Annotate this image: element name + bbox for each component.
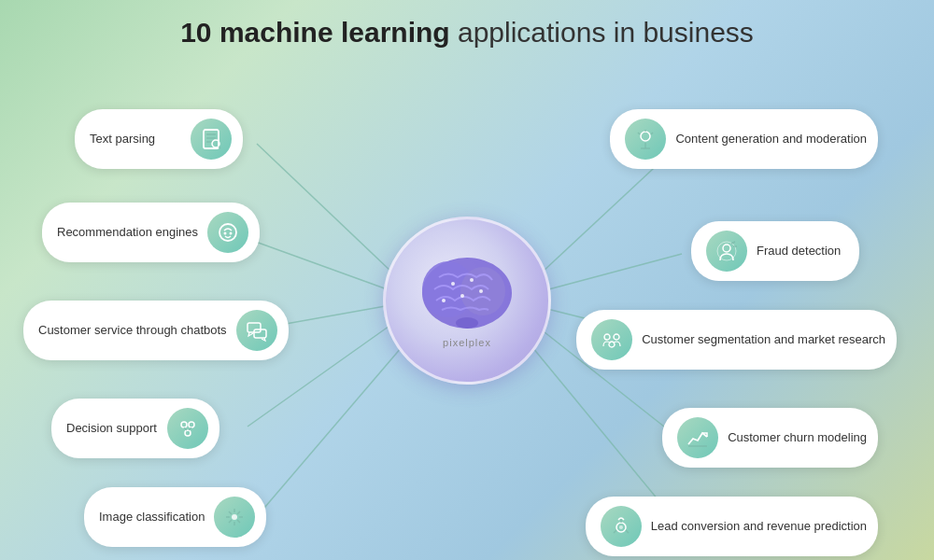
svg-point-55 [614, 334, 619, 340]
svg-line-1 [243, 237, 392, 291]
recommendation-label: Recommendation engines [57, 225, 198, 241]
brain-center: pixelplex [383, 217, 551, 385]
svg-point-26 [224, 232, 227, 235]
svg-line-6 [542, 254, 682, 291]
svg-point-17 [442, 299, 446, 302]
image-icon [214, 497, 255, 538]
svg-point-25 [219, 224, 236, 241]
svg-rect-19 [204, 130, 219, 148]
segmentation-icon [591, 319, 632, 360]
card-chatbots: Customer service through chatbots [23, 301, 289, 360]
svg-line-40 [229, 511, 232, 514]
svg-point-30 [181, 422, 187, 427]
svg-point-50 [723, 245, 730, 252]
lead-label: Lead conversion and revenue prediction [651, 519, 867, 535]
svg-line-52 [731, 242, 735, 244]
diagram: pixelplex Text parsing Recommendation en… [0, 58, 934, 543]
card-lead: Lead conversion and revenue prediction [586, 497, 878, 556]
svg-point-44 [641, 132, 650, 141]
svg-point-31 [189, 422, 194, 427]
main-container: 10 machine learning applications in busi… [0, 0, 934, 560]
image-label: Image classification [99, 510, 205, 525]
svg-point-27 [230, 232, 233, 235]
svg-line-43 [229, 520, 232, 523]
decision-icon [167, 408, 208, 449]
card-image: Image classification [84, 487, 266, 547]
content-label: Content generation and moderation [675, 132, 867, 147]
fraud-icon [706, 231, 747, 272]
svg-line-33 [184, 427, 187, 430]
svg-line-34 [189, 427, 191, 430]
brain-svg [416, 254, 518, 333]
page-title: 10 machine learning applications in busi… [0, 0, 934, 58]
svg-line-0 [257, 144, 392, 273]
chatbots-label: Customer service through chatbots [38, 323, 227, 339]
card-churn: Customer churn modeling [662, 408, 878, 468]
card-fraud: Fraud detection [691, 221, 859, 281]
lead-icon [601, 506, 642, 547]
svg-line-61 [626, 530, 629, 533]
segmentation-label: Customer segmentation and market researc… [642, 332, 885, 348]
svg-point-32 [185, 430, 191, 436]
svg-line-49 [651, 133, 653, 134]
svg-line-4 [260, 347, 402, 513]
text-parsing-label: Text parsing [90, 132, 181, 147]
recommendation-icon [207, 212, 248, 253]
svg-line-42 [237, 511, 240, 514]
svg-point-35 [232, 514, 237, 520]
card-segmentation: Customer segmentation and market researc… [576, 310, 897, 370]
content-icon [625, 119, 666, 160]
text-parsing-icon [191, 119, 232, 160]
card-recommendation: Recommendation engines [42, 203, 260, 262]
decision-label: Decision support [66, 421, 158, 437]
churn-icon [677, 417, 718, 458]
chatbots-icon [236, 310, 277, 351]
svg-point-54 [604, 334, 610, 340]
svg-line-41 [237, 520, 240, 523]
svg-point-15 [460, 294, 464, 298]
churn-label: Customer churn modeling [728, 430, 867, 446]
svg-point-14 [470, 278, 474, 282]
card-content: Content generation and moderation [610, 109, 878, 169]
card-decision: Decision support [51, 399, 219, 458]
svg-point-13 [451, 282, 455, 286]
svg-line-48 [638, 133, 640, 134]
fraud-label: Fraud detection [757, 244, 848, 259]
card-text-parsing: Text parsing [75, 109, 243, 169]
svg-point-62 [619, 525, 623, 529]
svg-line-60 [614, 530, 616, 533]
svg-point-18 [456, 317, 478, 329]
brain-label: pixelplex [443, 337, 491, 348]
svg-point-16 [479, 289, 483, 293]
